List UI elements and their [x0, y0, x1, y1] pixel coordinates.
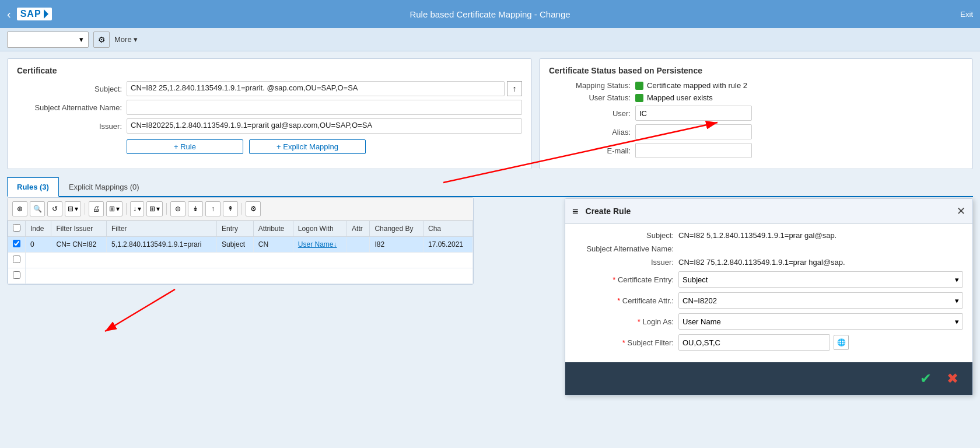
subject-alt-row: Subject Alternative Name:	[17, 100, 522, 115]
logon-with-link[interactable]: User Name↓	[298, 240, 337, 249]
panel-menu-icon: ≡	[572, 205, 579, 218]
separator-2	[126, 203, 127, 215]
panel-ok-button[interactable]: ✔	[915, 368, 936, 389]
table-row	[8, 268, 473, 284]
certificate-section: Certificate Subject: CN=I82 25,1.2.840.1…	[7, 58, 532, 169]
subject-filter-input[interactable]	[678, 334, 830, 351]
more-button[interactable]: More ▾	[114, 35, 138, 44]
required-indicator-3: *	[638, 317, 640, 326]
user-status-indicator	[635, 94, 643, 102]
toolbar-dropdown[interactable]: ▾	[7, 32, 89, 48]
email-input[interactable]	[635, 143, 752, 158]
col-checkbox	[8, 221, 26, 237]
expand-chevron-icon: ▾	[156, 205, 160, 213]
search-button[interactable]: 🔍	[30, 201, 45, 216]
mapping-status-indicator	[635, 82, 643, 90]
zoom-in-button[interactable]: ⊕	[12, 201, 27, 216]
grid-chevron-icon: ▾	[116, 205, 120, 213]
sap-logo-triangle	[44, 9, 48, 19]
add-rule-button[interactable]: + Rule	[127, 139, 243, 154]
panel-cert-attr-label: * Certificate Attr.:	[575, 296, 674, 305]
col-entry: Entry	[216, 221, 253, 237]
login-as-select[interactable]: User Name ▾	[678, 313, 963, 330]
cell-filter: 5,1.2.840.113549.1.9.1=prari	[106, 237, 216, 253]
cell-logon-with: User Name↓	[293, 237, 346, 253]
settings-icon: ⚙	[98, 35, 106, 44]
settings2-icon: ⚙	[250, 205, 257, 213]
back-button[interactable]: ‹	[7, 8, 11, 21]
select-all-checkbox[interactable]	[13, 224, 20, 232]
grid-icon: ⊞	[109, 205, 115, 213]
panel-close-button[interactable]: ✕	[957, 205, 965, 218]
panel-issuer-row: Issuer: CN=I82 75,1.2.840.113549.1.9.1=p…	[575, 258, 963, 267]
exit-button[interactable]: Exit	[960, 10, 973, 19]
remove-button[interactable]: ⊖	[170, 201, 186, 216]
expand-button[interactable]: ⊞ ▾	[146, 201, 163, 216]
create-rule-panel: ≡ Create Rule ✕ Subject: CN=I82 5,1.2.84…	[565, 198, 973, 396]
required-indicator-2: *	[617, 296, 620, 305]
col-index: Inde	[26, 221, 51, 237]
certificate-section-title: Certificate	[17, 66, 522, 75]
subject-label: Subject:	[17, 85, 122, 93]
move-down-button[interactable]: ↡	[188, 201, 203, 216]
move-down-icon: ↡	[192, 205, 198, 213]
mapping-status-row: Mapping Status: Certificate mapped with …	[549, 81, 963, 90]
add-explicit-mapping-button[interactable]: + Explicit Mapping	[249, 139, 366, 154]
refresh-button[interactable]: ↺	[47, 201, 62, 216]
move-prev-button[interactable]: ↑	[205, 201, 220, 216]
subject-filter-globe-button[interactable]: 🌐	[834, 335, 849, 350]
cert-attr-value: CN=I8202	[682, 296, 717, 305]
tab-explicit-mappings[interactable]: Explicit Mappings (0)	[59, 177, 149, 196]
settings2-button[interactable]: ⚙	[246, 201, 261, 216]
move-up-button[interactable]: ↟	[223, 201, 238, 216]
panel-footer: ✔ ✖	[565, 362, 972, 395]
filter-button[interactable]: ⊟ ▾	[65, 201, 81, 216]
user-input[interactable]	[635, 106, 752, 121]
cell-attribute: CN	[253, 237, 293, 253]
table-row[interactable]: 0 CN= CN=I82 5,1.2.840.113549.1.9.1=prar…	[8, 237, 473, 253]
print-button[interactable]: 🖨	[89, 201, 104, 216]
alias-input[interactable]	[635, 124, 752, 139]
row-checkbox[interactable]	[13, 240, 20, 247]
panel-cert-entry-label: * Certificate Entry:	[575, 275, 674, 284]
zoom-in-icon: ⊕	[17, 205, 23, 213]
row-checkbox-cell	[8, 237, 26, 253]
globe-icon: 🌐	[837, 338, 846, 346]
panel-title: Create Rule	[586, 206, 631, 216]
checkmark-icon: ✔	[920, 370, 932, 387]
issuer-label: Issuer:	[17, 122, 122, 131]
rules-table: Inde Filter Issuer Filter Entry Attribut…	[8, 220, 473, 284]
cert-entry-value: Subject	[682, 275, 708, 284]
more-label: More	[114, 35, 132, 44]
tab-rules[interactable]: Rules (3)	[7, 177, 59, 197]
toolbar-settings-button[interactable]: ⚙	[93, 32, 110, 48]
email-label: E-mail:	[549, 146, 631, 155]
separator-3	[166, 203, 167, 215]
mapping-status-label: Mapping Status:	[549, 81, 631, 90]
row-checkbox-3[interactable]	[13, 271, 20, 279]
separator-4	[242, 203, 242, 215]
filter-icon: ⊟	[68, 205, 74, 213]
login-as-chevron-icon: ▾	[955, 317, 959, 326]
required-indicator-4: *	[622, 338, 625, 347]
cert-attr-select[interactable]: CN=I8202 ▾	[678, 292, 963, 309]
cert-entry-chevron-icon: ▾	[955, 275, 959, 284]
download-button[interactable]: ↓ ▾	[130, 201, 144, 216]
issuer-row: Issuer: CN=I820225,1.2.840.113549.1.9.1=…	[17, 118, 522, 134]
login-as-value: User Name	[682, 317, 721, 326]
row-checkbox-2[interactable]	[13, 256, 20, 263]
panel-subject-filter-row: * Subject Filter: 🌐	[575, 334, 963, 351]
rules-table-area: ⊕ 🔍 ↺ ⊟ ▾ 🖨 ⊞ ▾ ↓ ▾	[7, 197, 474, 285]
subject-alt-value[interactable]	[127, 100, 522, 115]
user-status-label: User Status:	[549, 93, 631, 102]
cell-filter-issuer: CN= CN=I82	[51, 237, 106, 253]
svg-line-2	[105, 289, 175, 331]
upload-button[interactable]: ↑	[507, 81, 522, 96]
cert-entry-select[interactable]: Subject ▾	[678, 271, 963, 288]
panel-login-as-label: * Login As:	[575, 317, 674, 326]
col-changed: Cha	[423, 221, 473, 237]
search-icon: 🔍	[33, 205, 42, 213]
panel-cancel-button[interactable]: ✖	[942, 368, 963, 389]
grid-button[interactable]: ⊞ ▾	[106, 201, 123, 216]
alias-label: Alias:	[549, 128, 631, 136]
